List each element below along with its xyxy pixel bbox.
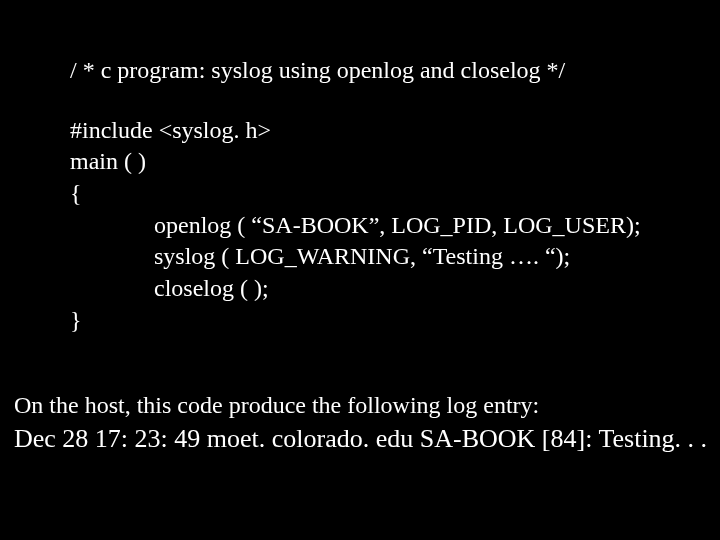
blank-line — [70, 87, 641, 115]
code-block: / * c program: syslog using openlog and … — [70, 55, 641, 336]
footer-log-entry: Dec 28 17: 23: 49 moet. colorado. edu SA… — [14, 422, 707, 456]
footer-caption: On the host, this code produce the follo… — [14, 390, 707, 422]
code-stmt-openlog: openlog ( “SA-BOOK”, LOG_PID, LOG_USER); — [70, 210, 641, 242]
slide: / * c program: syslog using openlog and … — [0, 0, 720, 540]
code-comment: / * c program: syslog using openlog and … — [70, 55, 641, 87]
code-include: #include <syslog. h> — [70, 115, 641, 147]
footer-block: On the host, this code produce the follo… — [14, 390, 707, 456]
code-stmt-syslog: syslog ( LOG_WARNING, “Testing …. “); — [70, 241, 641, 273]
code-brace-open: { — [70, 178, 641, 210]
code-stmt-closelog: closelog ( ); — [70, 273, 641, 305]
code-main: main ( ) — [70, 146, 641, 178]
code-brace-close: } — [70, 305, 641, 337]
